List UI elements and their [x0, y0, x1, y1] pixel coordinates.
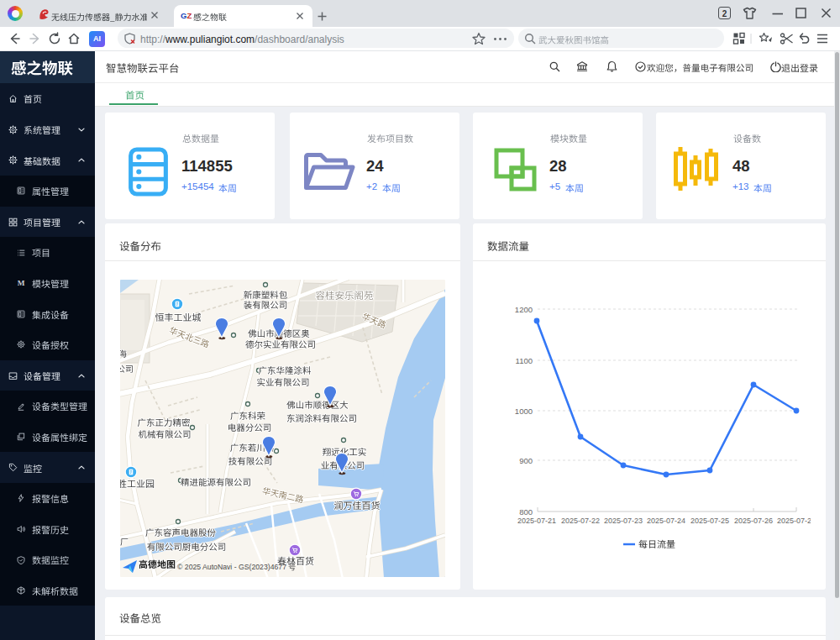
svg-text:900: 900	[519, 456, 533, 465]
svg-text:2025-07-25: 2025-07-25	[690, 517, 729, 525]
svg-text:1200: 1200	[515, 305, 533, 314]
svg-text:2025-07-26: 2025-07-26	[734, 517, 773, 525]
svg-text:2025-07-24: 2025-07-24	[647, 517, 685, 525]
svg-text:800: 800	[519, 507, 533, 517]
svg-text:2025-07-22: 2025-07-22	[561, 517, 600, 525]
svg-text:2025-07-27: 2025-07-27	[777, 517, 811, 525]
svg-text:M: M	[17, 279, 24, 287]
svg-text:1100: 1100	[516, 356, 533, 365]
svg-text:2025-07-21: 2025-07-21	[517, 517, 556, 525]
svg-text:1000: 1000	[515, 407, 533, 416]
svg-text:2025-07-23: 2025-07-23	[604, 517, 643, 525]
svg-text:© 2025 AutoNavi - GS(2023)4677: © 2025 AutoNavi - GS(2023)4677	[177, 563, 286, 571]
